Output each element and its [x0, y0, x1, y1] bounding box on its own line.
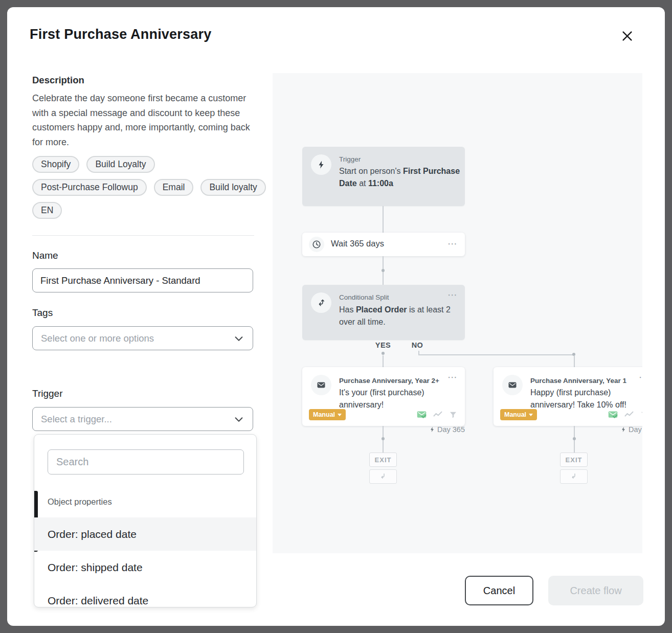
merge-branch-icon — [379, 472, 387, 481]
flow-node-wait: Wait 365 days ⋯ — [302, 233, 465, 256]
node-menu-button[interactable]: ⋯ — [447, 289, 458, 301]
chevron-down-icon — [233, 414, 244, 425]
branch-label-yes: YES — [373, 341, 393, 349]
connector-line — [383, 355, 384, 367]
connector-dot — [382, 352, 385, 355]
wait-node-label: Wait 365 days — [331, 239, 384, 248]
description-heading: Description — [32, 75, 84, 86]
filter-icon — [640, 410, 642, 419]
email-node-title: Purchase Anniversary, Year 1 — [530, 377, 626, 385]
node-kind-label: Conditional Split — [339, 293, 389, 301]
tag-pill: Shopify — [32, 156, 79, 173]
trigger-dropdown: Object properties Order: placed date Ord… — [34, 434, 257, 607]
name-input[interactable] — [32, 268, 253, 292]
close-button[interactable] — [617, 26, 637, 46]
dropdown-option-shipped-date[interactable]: Order: shipped date — [34, 551, 256, 584]
email-node-title: Purchase Anniversary, Year 2+ — [339, 377, 439, 385]
node-menu-button[interactable]: ⋯ — [447, 371, 458, 383]
exit-box: EXIT — [560, 453, 588, 467]
flow-node-trigger: Trigger Start on person's First Purchase… — [302, 147, 465, 206]
node-menu-button[interactable]: ⋯ — [639, 371, 642, 383]
merge-branch-box — [369, 469, 397, 484]
filter-icon — [449, 410, 458, 419]
connector-line — [574, 355, 575, 367]
email-status-icons — [416, 409, 458, 420]
flow-node-email-year2: Purchase Anniversary, Year 2+ ⋯ It's you… — [302, 367, 465, 426]
branch-label-no: NO — [407, 341, 428, 349]
dropdown-option-placed-date[interactable]: Order: placed date — [34, 517, 256, 551]
cancel-button[interactable]: Cancel — [465, 576, 533, 605]
tag-pill: Build Loyalty — [86, 156, 154, 173]
tag-pill: Post-Purchase Followup — [32, 179, 147, 196]
day-label: Day 365 — [574, 425, 642, 434]
dropdown-option-delivered-date[interactable]: Order: delivered date — [34, 584, 256, 607]
connector-dot — [382, 437, 385, 440]
chevron-down-icon — [233, 333, 244, 344]
flow-preview-panel: Trigger Start on person's First Purchase… — [273, 73, 642, 553]
flow-node-conditional-split: Conditional Split ⋯ Has Placed Order is … — [302, 285, 465, 340]
description-text: Celebrate the day someone first became a… — [32, 91, 256, 149]
node-kind-label: Trigger — [339, 155, 361, 163]
lightning-icon — [429, 426, 435, 433]
section-divider — [32, 235, 254, 236]
caret-down-icon — [338, 414, 342, 416]
tags-select-placeholder: Select one or more options — [41, 333, 233, 344]
manual-badge[interactable]: Manual — [500, 409, 537, 420]
trigger-node-text: Start on person's First Purchase Date at… — [339, 165, 462, 190]
create-flow-modal: First Purchase Anniversary Description C… — [7, 7, 665, 626]
flow-node-email-year1: Purchase Anniversary, Year 1 ⋯ Happy (fi… — [494, 367, 642, 426]
tags-select[interactable]: Select one or more options — [32, 326, 253, 350]
search-input[interactable] — [48, 449, 244, 474]
connector-line — [418, 354, 574, 355]
trigger-select[interactable]: Select a trigger... — [32, 407, 253, 431]
lightning-icon — [311, 154, 331, 175]
merge-branch-box — [560, 469, 588, 484]
email-node-subject: It's your (first purchase) anniversary! — [339, 387, 462, 411]
clock-icon — [309, 237, 324, 252]
create-flow-button[interactable]: Create flow — [548, 576, 643, 605]
email-sent-icon — [416, 409, 427, 420]
split-icon — [311, 292, 331, 313]
dropdown-section-label: Object properties — [48, 497, 112, 507]
email-icon — [502, 375, 523, 395]
email-node-subject: Happy (first purchase) anniversary! Take… — [530, 387, 642, 411]
split-node-text: Has Placed Order is at least 2 over all … — [339, 304, 462, 328]
analytics-icon — [433, 410, 443, 420]
connector-dot — [382, 269, 385, 272]
caret-down-icon — [529, 414, 533, 416]
node-menu-button[interactable]: ⋯ — [447, 238, 458, 250]
tag-pill: Build loyalty — [200, 179, 265, 196]
analytics-icon — [624, 410, 634, 420]
email-icon — [311, 375, 331, 395]
email-status-icons — [608, 409, 642, 420]
manual-badge[interactable]: Manual — [309, 409, 346, 420]
merge-branch-icon — [570, 472, 578, 481]
trigger-select-placeholder: Select a trigger... — [41, 414, 233, 425]
name-label: Name — [32, 250, 58, 261]
trigger-label: Trigger — [32, 388, 62, 399]
dropdown-option-list: Object properties Order: placed date Ord… — [34, 490, 256, 607]
connector-line — [383, 206, 384, 233]
email-sent-icon — [608, 409, 618, 420]
page-title: First Purchase Anniversary — [30, 27, 211, 42]
tag-pill-list: Shopify Build Loyalty Post-Purchase Foll… — [32, 156, 267, 219]
day-label: Day 365 — [383, 425, 465, 434]
exit-box: EXIT — [369, 453, 397, 467]
tags-label: Tags — [32, 307, 53, 319]
close-icon — [620, 29, 634, 43]
lightning-icon — [620, 426, 626, 433]
tag-pill: Email — [154, 179, 194, 196]
connector-dot — [573, 437, 576, 440]
tag-pill: EN — [32, 202, 62, 219]
